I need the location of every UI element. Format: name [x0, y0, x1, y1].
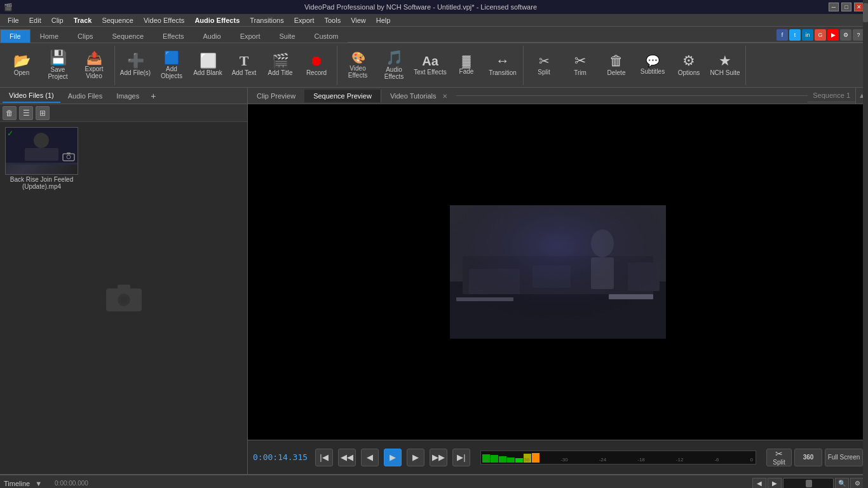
twitter-icon[interactable]: t	[789, 29, 801, 41]
tab-file[interactable]: File	[0, 29, 31, 43]
delete-button[interactable]: 🗑 Delete	[599, 47, 634, 84]
preview-tab-sequence[interactable]: Sequence Preview	[304, 90, 381, 102]
timeline-settings-icon[interactable]: ⚙	[850, 478, 864, 489]
tab-audio[interactable]: Audio	[194, 29, 231, 43]
volume-meter: -42 -36 -30 -24 -18 -12 -6 0	[480, 451, 756, 464]
tab-suite[interactable]: Suite	[269, 29, 304, 43]
window-controls[interactable]: ─ □ ✕	[829, 3, 864, 11]
save-project-button[interactable]: 💾 Save Project	[40, 47, 76, 84]
menu-sequence[interactable]: Sequence	[97, 15, 139, 25]
menu-view[interactable]: View	[346, 15, 371, 25]
title-bar: 🎬 VideoPad Professional by NCH Software …	[0, 0, 868, 14]
nch-suite-button[interactable]: ★ NCH Suite	[707, 47, 743, 84]
prev-frame-btn[interactable]: ◀	[361, 449, 379, 466]
close-tutorials-icon[interactable]: ✕	[442, 93, 447, 100]
open-button[interactable]: 📂 Open	[4, 47, 39, 84]
media-file-item[interactable]: ✓ Back Rise Join Feeled(Update).mp4	[5, 127, 78, 190]
options-icon: ⚙	[682, 54, 695, 68]
media-list-btn[interactable]: ☰	[19, 106, 33, 120]
timeline-dropdown[interactable]: ▼	[35, 480, 42, 487]
media-grid-btn[interactable]: ⊞	[36, 106, 50, 120]
media-thumb-image: ✓	[5, 127, 78, 175]
360-btn[interactable]: 360	[794, 449, 822, 466]
preview-tab-clip[interactable]: Clip Preview	[248, 90, 304, 102]
time-display: 0:00:14.315	[253, 452, 310, 462]
menu-edit[interactable]: Edit	[24, 15, 46, 25]
media-tab-audio[interactable]: Audio Files	[62, 90, 109, 102]
linkedin-icon[interactable]: in	[802, 29, 813, 41]
left-panel: Video Files (1) Audio Files Images + 🗑 ☰…	[0, 88, 248, 474]
google-icon[interactable]: G	[815, 29, 826, 41]
next-frame-btn[interactable]: ▶	[407, 449, 424, 466]
add-blank-icon: ⬜	[200, 54, 217, 68]
facebook-icon[interactable]: f	[776, 29, 788, 41]
subtitles-button[interactable]: 💬 Subtitles	[635, 47, 670, 84]
timeline-start-time: 0:00:00.000	[55, 480, 88, 487]
step-fwd-btn[interactable]: ▶▶	[430, 449, 447, 466]
timeline-left-btn[interactable]: ◀	[752, 478, 766, 489]
svg-rect-19	[450, 205, 666, 339]
menu-export[interactable]: Export	[289, 15, 320, 25]
media-tab-images[interactable]: Images	[110, 90, 146, 102]
trim-button[interactable]: ✂ Trim	[562, 47, 598, 84]
timeline-zoom-slider[interactable]	[783, 478, 834, 489]
add-text-button[interactable]: T Add Text	[226, 47, 262, 84]
tab-export[interactable]: Export	[231, 29, 270, 43]
add-blank-button[interactable]: ⬜ Add Blank	[190, 47, 226, 84]
svg-rect-2	[25, 148, 58, 161]
media-tab-add[interactable]: +	[147, 90, 159, 102]
minimize-btn[interactable]: ─	[829, 3, 839, 11]
text-effects-button[interactable]: Aa Text Effects	[412, 47, 448, 84]
split-action-btn[interactable]: ✂ Split	[766, 449, 792, 466]
fade-button[interactable]: ▓ Fade	[449, 47, 484, 84]
step-back-btn[interactable]: ◀◀	[338, 449, 356, 466]
tab-custom[interactable]: Custom	[305, 29, 348, 43]
transition-button[interactable]: ↔ Transition	[485, 47, 520, 84]
svg-rect-9	[118, 285, 130, 290]
add-title-button[interactable]: 🎬 Add Title	[262, 47, 298, 84]
add-objects-button[interactable]: 🟦 Add Objects	[154, 47, 189, 84]
menu-video-effects[interactable]: Video Effects	[139, 15, 189, 25]
tab-clips[interactable]: Clips	[68, 29, 102, 43]
menu-track[interactable]: Track	[69, 15, 97, 25]
menu-transitions[interactable]: Transitions	[245, 15, 288, 25]
tab-effects[interactable]: Effects	[153, 29, 193, 43]
preview-tabs: Clip Preview Sequence Preview Video Tuto…	[248, 88, 868, 104]
media-tab-video[interactable]: Video Files (1)	[3, 89, 60, 103]
preview-tab-tutorials[interactable]: Video Tutorials ✕	[381, 90, 456, 102]
timeline-zoom-icon[interactable]: 🔍	[835, 478, 849, 489]
settings-icon[interactable]: ⚙	[840, 29, 851, 41]
menu-tools[interactable]: Tools	[319, 15, 346, 25]
go-start-btn[interactable]: |◀	[315, 449, 333, 466]
go-end-btn[interactable]: ▶|	[452, 449, 470, 466]
toolbar-file-group: 📂 Open 💾 Save Project 📤 Export Video	[4, 46, 115, 85]
export-video-button[interactable]: 📤 Export Video	[76, 47, 112, 84]
timeline-right-btn[interactable]: ▶	[768, 478, 782, 489]
play-btn[interactable]: ▶	[384, 449, 402, 466]
timeline-label: Timeline	[4, 480, 30, 487]
menu-audio-effects[interactable]: Audio Effects	[189, 15, 245, 25]
tab-row: File Home Clips Sequence Effects Audio E…	[0, 27, 868, 43]
svg-point-1	[34, 133, 49, 148]
tab-home[interactable]: Home	[31, 29, 68, 43]
tab-sequence[interactable]: Sequence	[103, 29, 154, 43]
transition-icon: ↔	[496, 54, 510, 68]
export-icon: 📤	[86, 51, 102, 64]
audio-effects-button[interactable]: 🎵 Audio Effects	[376, 47, 412, 84]
split-button[interactable]: ✂ Split	[526, 47, 562, 84]
add-files-button[interactable]: ➕ Add File(s)	[118, 47, 153, 84]
media-delete-btn[interactable]: 🗑	[3, 106, 17, 120]
menu-file[interactable]: File	[3, 15, 24, 25]
maximize-btn[interactable]: □	[841, 3, 851, 11]
options-button[interactable]: ⚙ Options	[671, 47, 707, 84]
youtube-icon[interactable]: ▶	[827, 29, 839, 41]
menu-clip[interactable]: Clip	[46, 15, 69, 25]
video-effects-button[interactable]: 🎨 Video Effects	[340, 47, 376, 84]
camera-icon	[62, 152, 75, 163]
record-button[interactable]: ⏺ Record	[299, 47, 334, 84]
timeline-nav: ◀ ▶ 🔍 ⚙	[752, 478, 864, 489]
menu-help[interactable]: Help	[371, 15, 396, 25]
fullscreen-btn[interactable]: Full Screen	[825, 449, 863, 466]
trim-icon: ✂	[574, 54, 586, 68]
media-toolbar: 🗑 ☰ ⊞	[0, 104, 247, 122]
